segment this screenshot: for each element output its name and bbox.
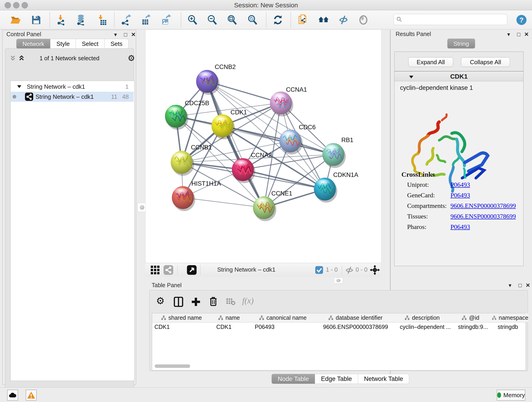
network-view[interactable]: CDK1CCNB1CCNB2CCNA1CCNA2CCNE1CDC25BCDC6C… — [145, 30, 381, 263]
collapse-all-button[interactable]: Collapse All — [461, 57, 510, 67]
tab-edge-table[interactable]: Edge Table — [315, 374, 358, 384]
network-node-CDKN1A[interactable]: CDKN1A — [314, 172, 358, 203]
import-network-database-icon[interactable] — [76, 14, 87, 26]
cell-canonical-name[interactable]: P06493 — [255, 322, 317, 332]
network-node-RB1[interactable]: RB1 — [322, 137, 353, 168]
column-header-namespace[interactable]: namespace — [489, 313, 528, 322]
help-icon[interactable]: ? — [516, 14, 527, 26]
birds-eye-view-icon[interactable] — [187, 265, 196, 275]
column-header-shared-name[interactable]: shared name — [152, 313, 211, 322]
tab-style[interactable]: Style — [51, 39, 76, 49]
network-node-CCNB1[interactable]: CCNB1 — [171, 144, 212, 176]
search-input[interactable] — [394, 14, 507, 25]
crosslink-tissues-link[interactable]: 9606.ENSP00000378699 — [450, 213, 516, 220]
panel-menu-icon[interactable]: ▾ — [505, 31, 512, 38]
zoom-in-icon[interactable] — [187, 14, 198, 26]
collapse-triangle-icon[interactable] — [16, 83, 22, 89]
column-header-database-identifier[interactable]: database identifier — [318, 313, 393, 322]
panel-float-icon[interactable]: □ — [122, 31, 129, 38]
hidden-eye-slash-icon[interactable] — [345, 266, 354, 274]
delete-column-trash-icon[interactable] — [208, 296, 218, 306]
network-node-CCNE1[interactable]: CCNE1 — [253, 190, 292, 221]
delete-table-icon[interactable] — [226, 298, 235, 306]
cell-namespace[interactable]: stringdb — [498, 322, 525, 332]
expand-all-icon[interactable] — [18, 55, 25, 61]
zoom-fit-icon[interactable] — [227, 14, 238, 26]
network-node-CCNB2[interactable]: CCNB2 — [196, 64, 236, 95]
network-node-CDC6[interactable]: CDC6 — [279, 124, 316, 154]
cloud-button[interactable] — [7, 390, 18, 401]
network-collection-row[interactable]: String Network – cdk1 1 — [11, 82, 133, 92]
tab-string[interactable]: String — [447, 38, 475, 49]
gene-name: CDK1 — [394, 73, 523, 80]
cell-database-identifier[interactable]: 9606.ENSP00000378699 — [323, 322, 392, 332]
open-session-icon[interactable] — [10, 14, 21, 26]
network-edge-CCNB2-CCNE1[interactable] — [207, 81, 264, 208]
cell-id[interactable]: stringdb:9... — [458, 322, 489, 332]
panel-close-icon[interactable]: ✕ — [523, 31, 530, 38]
warning-button[interactable] — [26, 390, 37, 401]
cell-shared-name[interactable]: CDK1 — [154, 322, 209, 332]
node-label-CCNA1: CCNA1 — [286, 86, 307, 93]
panel-menu-icon[interactable]: ▾ — [112, 31, 119, 38]
cell-description[interactable]: cyclin–dependent ... — [400, 322, 452, 332]
gene-section-header[interactable]: CDK1 — [394, 71, 523, 81]
collapse-all-icon[interactable] — [9, 55, 16, 61]
panel-menu-icon[interactable]: ▾ — [507, 282, 513, 289]
network-share-icon[interactable] — [164, 265, 173, 275]
column-header-id[interactable]: @id — [452, 313, 489, 322]
column-header-name[interactable]: name — [211, 313, 247, 322]
cell-name[interactable]: CDK1 — [216, 322, 246, 332]
export-table-icon[interactable] — [140, 14, 152, 26]
network-node-CDK1[interactable]: CDK1 — [211, 109, 247, 139]
tab-select[interactable]: Select — [76, 39, 104, 49]
network-options-gear-icon[interactable]: ⚙ — [128, 54, 135, 62]
crosslink-pharos-link[interactable]: P06493 — [450, 223, 470, 230]
export-network-icon[interactable] — [121, 14, 132, 26]
panel-float-icon[interactable]: □ — [517, 282, 524, 289]
import-table-file-icon[interactable] — [97, 14, 108, 26]
clone-network-icon[interactable] — [298, 14, 309, 26]
network-node-HIST1H1A[interactable]: HIST1H1A — [172, 180, 221, 211]
tab-node-table[interactable]: Node Table — [272, 374, 315, 384]
zoom-selected-icon[interactable] — [247, 14, 258, 26]
panel-float-icon[interactable]: □ — [515, 31, 522, 38]
crosslinks-title: CrossLinks — [401, 171, 435, 178]
main-toolbar: ? — [0, 10, 532, 29]
memory-button[interactable]: Memory — [497, 390, 525, 401]
table-panel: Table Panel ▾ □ ✕ ⚙ f(x) shared name — [147, 278, 531, 384]
show-panel-eye-icon[interactable] — [358, 14, 369, 26]
column-header-description[interactable]: description — [393, 313, 452, 322]
expand-all-button[interactable]: Expand All — [408, 57, 453, 67]
tab-network[interactable]: Network — [16, 39, 51, 49]
export-image-icon[interactable] — [160, 14, 171, 26]
fit-content-crosshair-icon[interactable] — [369, 264, 380, 275]
column-header-canonical-name[interactable]: canonical name — [247, 313, 319, 322]
home-icon[interactable] — [318, 14, 329, 26]
import-network-file-icon[interactable] — [57, 14, 68, 26]
network-node-CCNA1[interactable]: CCNA1 — [270, 86, 307, 116]
node-label-CCNA2: CCNA2 — [251, 152, 272, 159]
crosslink-compartments-link[interactable]: 9606.ENSP00000378699 — [450, 202, 516, 210]
table-settings-gear-icon[interactable]: ⚙ — [156, 297, 165, 305]
selected-checkbox-icon[interactable] — [315, 266, 323, 274]
crosslink-uniprot-link[interactable]: P06493 — [450, 181, 470, 188]
grid-view-icon[interactable] — [150, 265, 160, 275]
function-builder-icon[interactable]: f(x) — [242, 296, 254, 306]
zoom-out-icon[interactable] — [207, 14, 218, 26]
panel-close-icon[interactable]: ✕ — [525, 282, 531, 289]
tab-network-table[interactable]: Network Table — [358, 374, 409, 384]
network-row-selected[interactable]: String Network – cdk1 11 48 — [11, 92, 133, 102]
add-column-icon[interactable] — [191, 297, 201, 307]
hide-panel-eye-icon[interactable] — [338, 14, 349, 26]
node-label-HIST1H1A: HIST1H1A — [191, 180, 221, 187]
panel-close-icon[interactable]: ✕ — [130, 31, 137, 38]
crosslink-genecard-link[interactable]: P06493 — [450, 191, 470, 199]
tab-sets[interactable]: Sets — [104, 39, 128, 49]
collection-count: 1 — [125, 82, 128, 92]
toolbar-separator — [50, 12, 50, 27]
show-columns-icon[interactable] — [173, 297, 184, 307]
refresh-icon[interactable] — [272, 14, 283, 26]
horizontal-scrollbar[interactable] — [155, 364, 190, 368]
save-session-icon[interactable] — [31, 14, 42, 26]
